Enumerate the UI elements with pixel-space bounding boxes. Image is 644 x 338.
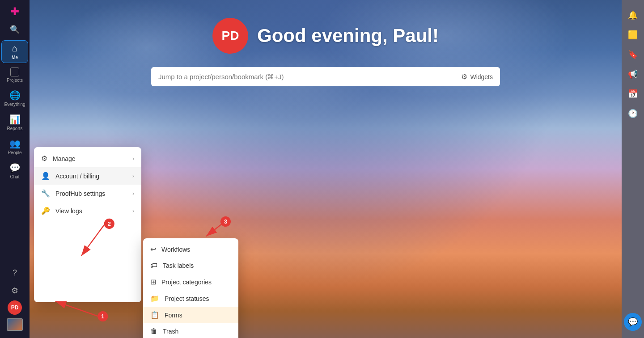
account-billing-arrow: › [132,173,134,179]
bell-icon: 🔔 [628,10,638,20]
widgets-button[interactable]: ⚙ Widgets [461,72,493,81]
greeting-row: PD Good evening, Paul! [212,18,439,54]
account-billing-label: Account / billing [55,173,99,180]
manage-arrow: › [132,156,134,162]
people-icon: 👥 [9,138,21,149]
menu-item-project-statuses[interactable]: 📁 Project statuses [143,290,238,307]
add-button[interactable]: ✚ [7,4,23,20]
sidebar-item-everything[interactable]: 🌐 Everything [1,87,28,110]
avatar-initials: PD [11,304,19,311]
sidebar-label-me: Me [12,55,18,60]
widgets-label: Widgets [470,73,493,80]
menu-item-account-billing[interactable]: 👤 Account / billing › [34,167,141,185]
forms-icon: 📋 [150,311,159,319]
menu-item-proofhub-settings[interactable]: 🔧 ProofHub settings › [34,185,141,202]
projects-icon [10,68,19,76]
left-sidebar: ✚ 🔍 ⌂ Me Projects 🌐 Everything 📊 Reports… [0,0,30,338]
sidebar-label-everything: Everything [4,102,25,107]
timer-icon: 🕐 [628,109,638,118]
menu-item-view-logs[interactable]: 🔑 View logs › [34,202,141,220]
account-billing-icon: 👤 [41,172,50,180]
sidebar-item-projects[interactable]: Projects [1,65,28,85]
workflows-label: Workflows [161,246,190,253]
header-avatar-initials: PD [222,29,239,43]
sidebar-label-chat: Chat [10,174,19,179]
proofhub-settings-label: ProofHub settings [55,190,105,197]
workflows-icon: ↩ [150,245,156,254]
search-button[interactable]: 🔍 [7,21,23,38]
manage-label: Manage [53,155,76,162]
user-avatar[interactable]: PD [8,300,22,315]
manage-icon: ⚙ [41,154,47,163]
project-categories-label: Project categories [161,279,212,286]
chat-support-button[interactable]: 💬 [624,313,642,331]
proofhub-settings-icon: 🔧 [41,189,50,198]
plus-icon: ✚ [10,5,19,18]
widgets-icon: ⚙ [461,72,467,81]
search-input[interactable] [158,73,457,80]
sidebar-label-reports: Reports [7,126,22,131]
menu-item-trash[interactable]: 🗑 Trash [143,323,238,338]
menu-item-task-labels[interactable]: 🏷 Task labels [143,258,238,274]
calendar-icon: 📅 [628,89,638,99]
sidebar-item-chat[interactable]: 💬 Chat [1,160,28,182]
task-labels-icon: 🏷 [150,262,157,270]
everything-icon: 🌐 [9,90,21,101]
sticky-notes-button[interactable]: 🟨 [625,27,641,43]
context-menu-primary: ⚙ Manage › 👤 Account / billing › 🔧 Proof… [34,147,141,302]
search-icon: 🔍 [10,25,20,34]
context-menu-secondary: ↩ Workflows 🏷 Task labels ⊞ Project cate… [143,238,238,338]
reports-icon: 📊 [9,114,21,125]
trash-icon: 🗑 [150,327,157,335]
sidebar-item-people[interactable]: 👥 People [1,135,28,158]
chat-icon: 💬 [9,162,21,173]
menu-item-project-categories[interactable]: ⊞ Project categories [143,274,238,290]
search-bar[interactable]: ⚙ Widgets [151,67,500,86]
bookmark-icon: 🔖 [628,50,638,59]
view-logs-icon: 🔑 [41,207,50,215]
project-statuses-label: Project statuses [165,295,209,302]
project-statuses-icon: 📁 [150,294,159,303]
home-icon: ⌂ [12,43,17,54]
main-content: PD Good evening, Paul! ⚙ Widgets ⚙ Manag… [30,0,622,338]
menu-item-manage[interactable]: ⚙ Manage › [34,150,141,167]
announcements-button[interactable]: 📢 [625,66,641,82]
sidebar-label-people: People [8,150,21,155]
chat-support-icon: 💬 [628,317,638,327]
sticky-note-icon: 🟨 [628,30,638,40]
view-logs-label: View logs [55,207,82,215]
greeting-text: Good evening, Paul! [257,25,439,46]
settings-button[interactable]: ⚙ [7,283,23,299]
header-avatar: PD [212,18,248,54]
notification-button[interactable]: 🔔 [625,7,641,23]
menu-item-forms[interactable]: 📋 Forms [143,307,238,323]
proofhub-settings-arrow: › [132,190,134,197]
sidebar-label-projects: Projects [7,78,23,83]
project-categories-icon: ⊞ [150,278,156,286]
forms-label: Forms [165,312,182,319]
menu-item-workflows[interactable]: ↩ Workflows [143,241,238,258]
gear-icon: ⚙ [11,286,18,296]
bookmarks-button[interactable]: 🔖 [625,46,641,63]
sidebar-item-reports[interactable]: 📊 Reports [1,111,28,134]
trash-label: Trash [163,328,178,335]
sidebar-bottom: ? ⚙ PD [7,265,23,334]
sidebar-item-me[interactable]: ⌂ Me [1,40,28,63]
view-logs-arrow: › [132,208,134,214]
calendar-button[interactable]: 📅 [625,86,641,102]
help-button[interactable]: ? [7,265,23,281]
desktop-thumbnail[interactable] [7,318,23,331]
announcement-icon: 📢 [628,69,638,79]
timer-button[interactable]: 🕐 [625,106,641,122]
header-area: PD Good evening, Paul! ⚙ Widgets [30,0,622,86]
help-icon: ? [13,268,17,278]
context-menu-overlay: ⚙ Manage › 👤 Account / billing › 🔧 Proof… [34,147,238,302]
right-sidebar: 🔔 🟨 🔖 📢 📅 🕐 💬 [622,0,644,338]
task-labels-label: Task labels [163,262,194,269]
